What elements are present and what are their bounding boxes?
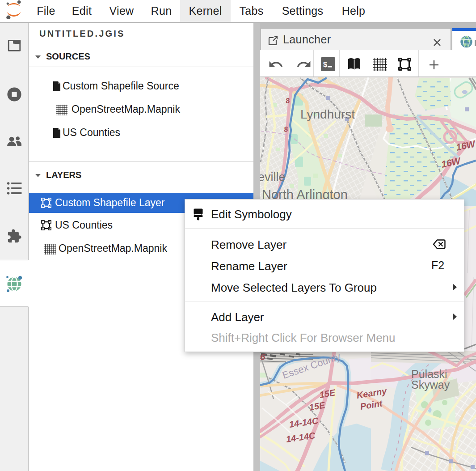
svg-text:Skyway: Skyway <box>411 378 450 391</box>
svg-text:eville: eville <box>260 170 286 184</box>
svg-text:6: 6 <box>260 352 265 362</box>
svg-text:Lyndhurst: Lyndhurst <box>300 107 355 121</box>
svg-text:$: $ <box>323 61 327 68</box>
